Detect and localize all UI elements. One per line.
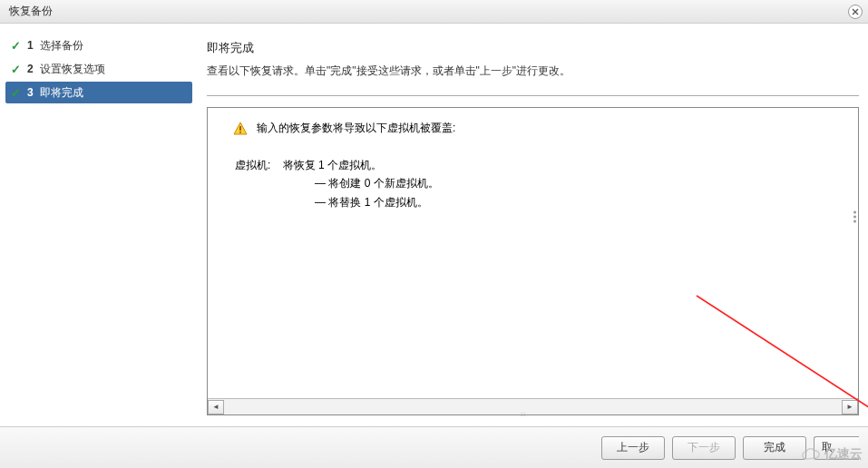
check-icon: ✓ [11,86,24,100]
vm-replace-line: — 将替换 1 个虚拟机。 [315,193,833,211]
watermark-text: 亿速云 [824,446,863,463]
vm-create-line: — 将创建 0 个新虚拟机。 [315,174,833,192]
svg-rect-0 [239,126,241,131]
resize-handle-icon[interactable] [851,211,858,223]
warning-text: 输入的恢复参数将导致以下虚拟机被覆盖: [257,121,455,136]
close-button[interactable] [848,5,863,19]
vm-summary: 虚拟机: 将恢复 1 个虚拟机。 — 将创建 0 个新虚拟机。 — 将替换 1 … [235,156,833,211]
step-label: 选择备份 [40,38,83,54]
check-icon: ✓ [11,39,24,53]
close-icon [852,8,859,15]
step-number: 2 [27,63,40,75]
page-description: 查看以下恢复请求。单击"完成"接受这些请求，或者单击"上一步"进行更改。 [207,63,859,79]
check-icon: ✓ [11,63,24,76]
watermark: 亿速云 [801,446,863,463]
scroll-grip-icon: :: [521,410,526,418]
wizard-footer: 上一步 下一步 完成 取 [0,426,868,468]
scroll-right-arrow[interactable]: ► [842,400,858,414]
step-ready-to-complete[interactable]: ✓ 3 即将完成 [5,82,192,103]
step-label: 即将完成 [40,85,83,101]
summary-content: 输入的恢复参数将导致以下虚拟机被覆盖: 虚拟机: 将恢复 1 个虚拟机。 — 将… [208,108,858,396]
step-number: 3 [27,86,40,99]
wizard-content: 即将完成 查看以下恢复请求。单击"完成"接受这些请求，或者单击"上一步"进行更改… [198,24,868,426]
titlebar: 恢复备份 [0,0,868,24]
step-select-backup[interactable]: ✓ 1 选择备份 [5,34,192,56]
divider [207,95,859,96]
next-button: 下一步 [672,436,736,460]
vm-summary-text: 将恢复 1 个虚拟机。 [283,159,382,171]
step-number: 1 [27,39,40,52]
wizard-body: ✓ 1 选择备份 ✓ 2 设置恢复选项 ✓ 3 即将完成 即将完成 查看以下恢复… [0,24,868,426]
page-heading: 即将完成 [207,40,859,56]
step-recovery-options[interactable]: ✓ 2 设置恢复选项 [5,58,192,80]
warning-icon [233,122,248,136]
horizontal-scrollbar[interactable]: ◄ :: ► [208,398,858,414]
scroll-left-arrow[interactable]: ◄ [208,400,224,414]
summary-panel: 输入的恢复参数将导致以下虚拟机被覆盖: 虚拟机: 将恢复 1 个虚拟机。 — 将… [207,107,859,415]
finish-button[interactable]: 完成 [743,436,806,460]
wizard-steps: ✓ 1 选择备份 ✓ 2 设置恢复选项 ✓ 3 即将完成 [0,24,198,426]
window-title: 恢复备份 [9,4,53,19]
back-button[interactable]: 上一步 [601,436,665,460]
vm-label: 虚拟机: [235,156,270,174]
cloud-icon [801,448,821,461]
step-label: 设置恢复选项 [40,62,105,77]
warning-row: 输入的恢复参数将导致以下虚拟机被覆盖: [233,121,833,136]
svg-rect-1 [239,132,241,133]
